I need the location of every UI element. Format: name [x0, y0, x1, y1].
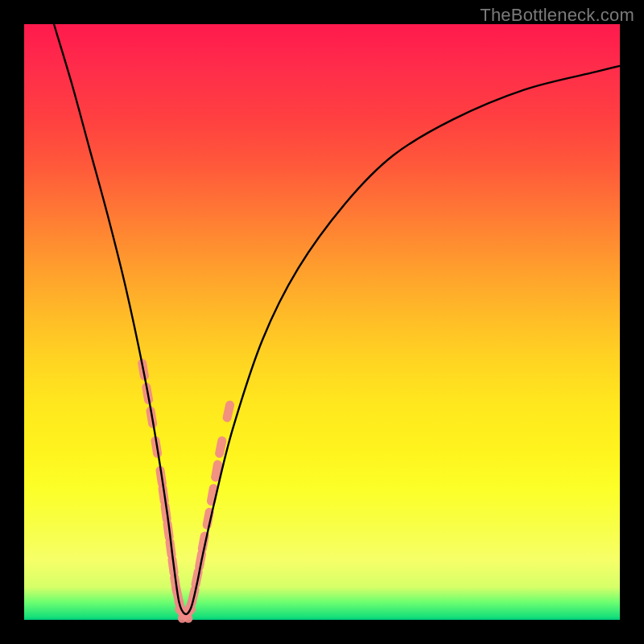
- marker-capsule: [220, 441, 222, 454]
- marker-capsule: [211, 489, 213, 502]
- marker-capsule: [227, 405, 229, 418]
- marker-capsule: [216, 464, 218, 477]
- watermark-text: TheBottleneck.com: [480, 5, 634, 26]
- chart-svg: [24, 24, 620, 620]
- bottleneck-curve: [54, 24, 620, 614]
- chart-frame: TheBottleneck.com: [0, 0, 644, 644]
